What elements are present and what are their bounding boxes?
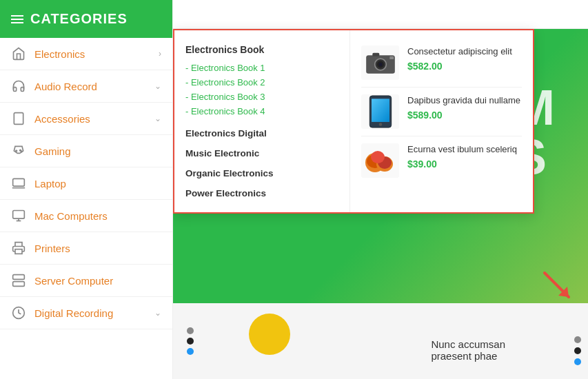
svg-point-26	[378, 123, 382, 126]
sidebar-item-audio-record[interactable]: Audio Record ⌄	[0, 70, 172, 103]
sidebar-item-label-mac: Mac Computers	[34, 210, 161, 222]
bottom-text-2: praesent phae	[431, 350, 505, 362]
dropdown-link-book4[interactable]: - Electronics Book 4	[185, 104, 338, 119]
svg-point-31	[371, 151, 385, 163]
sidebar-item-label-server: Server Computer	[34, 275, 161, 287]
chevron-down-icon-acc: ⌄	[154, 114, 161, 123]
svg-rect-11	[15, 249, 22, 254]
product-name-3: Ecurna vest ibulum sceleriq	[407, 143, 522, 156]
gamepad-icon	[11, 143, 26, 158]
dropdown-link-music[interactable]: Music Electronic	[185, 148, 338, 158]
dropdown-link-book3[interactable]: - Electronics Book 3	[185, 90, 338, 104]
chevron-right-icon: ›	[159, 49, 161, 59]
yellow-circle-decoration	[249, 314, 290, 355]
sidebar-item-label-printers: Printers	[34, 243, 161, 254]
sidebar-item-gaming[interactable]: Gaming	[0, 135, 172, 167]
product-info-2: Dapibus gravida dui nullame $589.00	[407, 94, 522, 121]
sidebar-item-label-laptop: Laptop	[34, 178, 161, 190]
dots-group-left	[187, 327, 194, 355]
sidebar-item-label-audio: Audio Record	[34, 81, 146, 92]
bottom-text-block: Nunc accumsan praesent phae	[431, 338, 505, 362]
product-info-1: Consectetur adipiscing elit $582.00	[407, 45, 522, 72]
product-image-3	[361, 143, 399, 178]
printer-icon	[11, 240, 26, 256]
dropdown-link-book1[interactable]: - Electronics Book 1	[185, 61, 338, 75]
laptop-icon	[11, 176, 26, 191]
sidebar-item-label-accessories: Accessories	[34, 113, 146, 125]
sidebar-item-mac-computers[interactable]: Mac Computers	[0, 200, 172, 232]
sidebar-item-label-digital: Digital Recording	[34, 307, 146, 319]
svg-rect-20	[372, 53, 379, 57]
product-item-3[interactable]: Ecurna vest ibulum sceleriq $39.00	[361, 136, 522, 185]
product-item-1[interactable]: Consectetur adipiscing elit $582.00	[361, 39, 522, 88]
product-price-2: $589.00	[407, 110, 522, 121]
sidebar-item-electronics[interactable]: Electronics ›	[0, 38, 172, 70]
product-price-1: $582.00	[407, 61, 522, 72]
home-icon	[11, 46, 26, 61]
product-info-3: Ecurna vest ibulum sceleriq $39.00	[407, 143, 522, 170]
svg-rect-6	[13, 178, 25, 186]
hamburger-icon[interactable]	[11, 15, 23, 23]
product-name-1: Consectetur adipiscing elit	[407, 45, 522, 58]
sidebar-item-laptop[interactable]: Laptop	[0, 167, 172, 200]
svg-rect-25	[372, 99, 389, 122]
sidebar-item-label-gaming: Gaming	[34, 145, 161, 157]
svg-rect-12	[13, 275, 25, 280]
bottom-area: Nunc accumsan praesent phae	[173, 303, 588, 379]
dropdown-section-title: Electronics Book	[185, 44, 338, 55]
product-price-3: $39.00	[407, 158, 522, 170]
clock-icon	[11, 305, 26, 320]
dropdown-right-panel: Consectetur adipiscing elit $582.00	[350, 30, 533, 212]
dot-right-top	[574, 336, 581, 343]
sidebar-title: CATEGORIES	[30, 11, 128, 27]
top-bar	[173, 0, 588, 29]
svg-rect-21	[389, 57, 394, 59]
dot-right-bot	[574, 358, 581, 365]
tablet-icon	[11, 111, 26, 126]
headphones-icon	[11, 79, 26, 94]
sidebar-item-label-electronics: Electronics	[34, 48, 150, 60]
main-content: SUMERS Electronics Book - Electronics Bo…	[173, 0, 588, 379]
sidebar-item-printers[interactable]: Printers	[0, 232, 172, 265]
svg-rect-8	[13, 211, 25, 219]
monitor-icon	[11, 208, 26, 223]
product-image-2	[361, 94, 399, 129]
sidebar-header: CATEGORIES	[0, 0, 172, 38]
dropdown-link-digital[interactable]: Electronics Digital	[185, 128, 338, 139]
dot-right-mid	[574, 347, 581, 354]
red-arrow-indicator	[541, 269, 576, 310]
svg-rect-13	[13, 282, 25, 287]
sidebar-item-accessories[interactable]: Accessories ⌄	[0, 103, 172, 135]
sidebar-item-digital-recording[interactable]: Digital Recording ⌄	[0, 297, 172, 329]
dot-top	[187, 327, 194, 334]
product-item-2[interactable]: Dapibus gravida dui nullame $589.00	[361, 88, 522, 136]
server-icon	[11, 273, 26, 288]
dropdown-left-panel: Electronics Book - Electronics Book 1 - …	[174, 30, 350, 212]
dots-group-right	[574, 336, 581, 365]
sidebar-item-server-computer[interactable]: Server Computer	[0, 265, 172, 297]
product-image-1	[361, 45, 399, 80]
dot-mid	[187, 338, 194, 345]
dropdown-menu: Electronics Book - Electronics Book 1 - …	[173, 29, 534, 214]
dropdown-link-book2[interactable]: - Electronics Book 2	[185, 75, 338, 90]
chevron-down-icon-dig: ⌄	[154, 308, 161, 318]
sidebar: CATEGORIES Electronics › Audio Record ⌄ …	[0, 0, 173, 379]
dropdown-link-power[interactable]: Power Electronics	[185, 188, 338, 198]
svg-rect-0	[14, 113, 23, 125]
dropdown-link-organic[interactable]: Organic Electronics	[185, 168, 338, 178]
chevron-down-icon: ⌄	[154, 81, 161, 91]
bottom-text-1: Nunc accumsan	[431, 338, 505, 350]
product-name-2: Dapibus gravida dui nullame	[407, 94, 522, 107]
dot-bot	[187, 348, 194, 355]
svg-point-22	[378, 63, 382, 66]
